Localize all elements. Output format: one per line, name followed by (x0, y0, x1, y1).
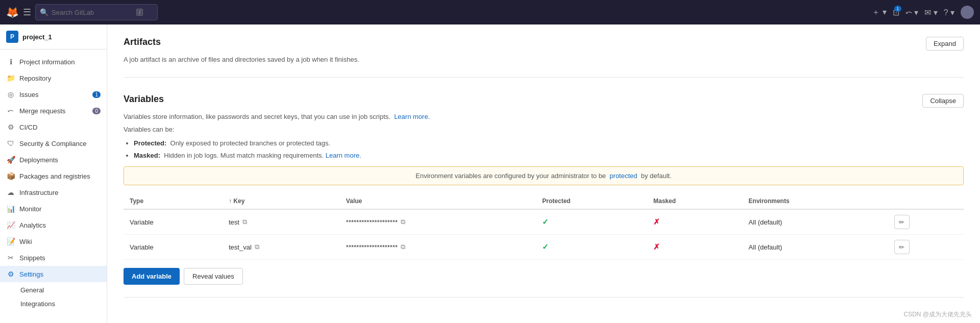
cell-type: Variable (124, 209, 223, 235)
cell-environments: All (default) (743, 235, 888, 260)
masked-bullet: Masked: Hidden in job logs. Must match m… (134, 151, 964, 161)
sidebar-item-settings[interactable]: ⚙ Settings (0, 266, 107, 282)
cicd-icon: ⚙ (6, 122, 15, 132)
sidebar-item-packages-registries[interactable]: 📦 Packages and registries (0, 168, 107, 184)
variables-desc-text: Variables store information, like passwo… (124, 113, 390, 120)
sidebar-item-label: Settings (19, 270, 43, 278)
sidebar-item-infrastructure[interactable]: ☁ Infrastructure (0, 184, 107, 201)
sidebar-item-analytics[interactable]: 📈 Analytics (0, 217, 107, 233)
col-actions (888, 193, 964, 209)
sidebar-subitem-integrations[interactable]: Integrations (14, 297, 107, 311)
copy-key-icon[interactable]: ⧉ (255, 243, 259, 251)
navbar-right: ＋ ▾ ⊡ 1 ⤺ ▾ ✉ ▾ ? ▾ (872, 6, 974, 19)
sidebar-item-monitor[interactable]: 📊 Monitor (0, 201, 107, 217)
sidebar-item-security-compliance[interactable]: 🛡 Security & Compliance (0, 135, 107, 152)
navbar: 🦊 ☰ 🔍 / ＋ ▾ ⊡ 1 ⤺ ▾ ✉ ▾ ? ▾ (0, 0, 980, 24)
help-icon[interactable]: ? ▾ (944, 8, 954, 17)
mail-icon[interactable]: ✉ ▾ (924, 8, 937, 17)
sidebar: P project_1 ℹ Project information 📁 Repo… (0, 24, 107, 323)
variables-learn-more-link[interactable]: Learn more. (394, 113, 430, 120)
artifacts-section: Artifacts Expand A job artifact is an ar… (124, 37, 964, 78)
sidebar-subitem-general[interactable]: General (14, 283, 107, 297)
copy-value-icon[interactable]: ⧉ (401, 243, 405, 251)
main-content: Artifacts Expand A job artifact is an ar… (107, 24, 980, 323)
masked-learn-more-link[interactable]: Learn more. (326, 152, 361, 159)
sidebar-item-label: Infrastructure (19, 189, 59, 196)
sidebar-item-repository[interactable]: 📁 Repository (0, 70, 107, 86)
copy-key-icon[interactable]: ⧉ (242, 218, 247, 226)
sidebar-item-wiki[interactable]: 📝 Wiki (0, 233, 107, 250)
sidebar-item-project-information[interactable]: ℹ Project information (0, 54, 107, 70)
sort-up-icon: ↑ (229, 197, 232, 205)
add-variable-button[interactable]: Add variable (124, 268, 180, 285)
collapse-button[interactable]: Collapse (922, 94, 964, 108)
gitlab-logo[interactable]: 🦊 (6, 6, 19, 18)
sidebar-item-label: Deployments (19, 156, 58, 164)
info-box-suffix: by default. (641, 172, 672, 180)
value-masked: ******************** (346, 243, 398, 251)
search-input[interactable] (52, 9, 133, 16)
table-row: Variable test ⧉ ******************** ⧉ ✓… (124, 209, 964, 235)
artifacts-section-header: Artifacts Expand (124, 37, 964, 51)
cell-protected: ✓ (536, 209, 647, 235)
variables-title: Variables (124, 94, 164, 105)
table-header-row: Type ↑ Key Value Protected Masked Enviro… (124, 193, 964, 209)
create-icon[interactable]: ＋ ▾ (872, 7, 886, 18)
cell-masked: ✗ (647, 209, 743, 235)
search-shortcut: / (136, 9, 143, 16)
wiki-icon: 📝 (6, 237, 15, 246)
snippets-icon: ✂ (6, 253, 15, 262)
key-value: test_val (229, 243, 252, 251)
sidebar-item-label: Analytics (19, 221, 46, 229)
analytics-icon: 📈 (6, 220, 15, 230)
search-bar[interactable]: 🔍 / (35, 4, 158, 20)
cross-icon: ✗ (653, 217, 660, 226)
expand-button[interactable]: Expand (926, 37, 964, 51)
navbar-left: 🦊 ☰ 🔍 / (6, 4, 868, 20)
cell-edit: ✏ (888, 209, 964, 235)
main-layout: P project_1 ℹ Project information 📁 Repo… (0, 24, 980, 323)
variables-actions: Add variable Reveal values (124, 268, 964, 285)
sidebar-item-label: Repository (19, 74, 51, 82)
issues-icon[interactable]: ⊡ 1 (893, 8, 899, 17)
cell-value: ******************** ⧉ (340, 209, 536, 235)
project-header: P project_1 (0, 24, 107, 49)
key-value: test (229, 218, 239, 226)
col-protected: Protected (536, 193, 647, 209)
issues-icon: ◎ (6, 90, 15, 99)
project-name: project_1 (22, 33, 52, 41)
cell-key: test ⧉ (223, 209, 340, 235)
info-box-protected-link[interactable]: protected (609, 172, 637, 180)
packages-icon: 📦 (6, 171, 15, 181)
shield-icon: 🛡 (6, 139, 15, 148)
user-avatar[interactable] (961, 6, 974, 19)
hamburger-menu-icon[interactable]: ☰ (23, 7, 31, 18)
variables-can-be: Variables can be: (124, 126, 964, 133)
variables-table: Type ↑ Key Value Protected Masked Enviro… (124, 193, 964, 260)
sidebar-item-issues[interactable]: ◎ Issues 1 (0, 86, 107, 103)
cell-value: ******************** ⧉ (340, 235, 536, 260)
sidebar-item-label: Packages and registries (19, 172, 90, 180)
col-key[interactable]: ↑ Key (223, 193, 340, 209)
info-icon: ℹ (6, 57, 15, 66)
check-icon: ✓ (542, 217, 549, 226)
copy-value-icon[interactable]: ⧉ (401, 218, 405, 226)
sidebar-item-label: Security & Compliance (19, 140, 87, 147)
sidebar-item-deployments[interactable]: 🚀 Deployments (0, 152, 107, 168)
issues-count-badge: 1 (92, 91, 101, 98)
edit-variable-button[interactable]: ✏ (894, 240, 910, 254)
artifacts-description: A job artifact is an archive of files an… (124, 55, 964, 65)
col-masked: Masked (647, 193, 743, 209)
sidebar-item-snippets[interactable]: ✂ Snippets (0, 250, 107, 266)
edit-variable-button[interactable]: ✏ (894, 215, 910, 229)
deployments-icon: 🚀 (6, 155, 15, 164)
reveal-values-button[interactable]: Reveal values (184, 268, 243, 285)
sidebar-item-merge-requests[interactable]: ⤺ Merge requests 0 (0, 103, 107, 119)
merge-requests-icon[interactable]: ⤺ ▾ (905, 8, 918, 17)
sidebar-item-cicd[interactable]: ⚙ CI/CD (0, 119, 107, 135)
col-type: Type (124, 193, 223, 209)
check-icon: ✓ (542, 242, 549, 251)
cross-icon: ✗ (653, 242, 660, 251)
infrastructure-icon: ☁ (6, 188, 15, 197)
col-value: Value (340, 193, 536, 209)
